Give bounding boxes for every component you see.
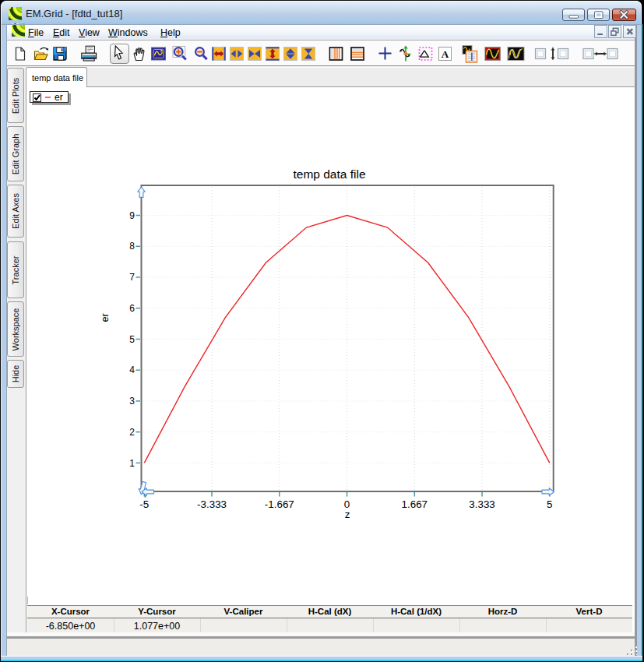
svg-text:1: 1 — [129, 458, 135, 469]
svg-text:er: er — [100, 313, 111, 322]
svg-text:3: 3 — [129, 396, 135, 407]
svg-text:-3.333: -3.333 — [197, 498, 227, 510]
svg-text:3.333: 3.333 — [469, 498, 495, 510]
svg-text:7: 7 — [129, 272, 135, 283]
svg-text:8: 8 — [129, 241, 135, 252]
svg-text:9: 9 — [129, 210, 135, 221]
svg-text:2: 2 — [129, 427, 135, 438]
svg-text:A: A — [442, 48, 449, 60]
svg-text:5: 5 — [129, 334, 135, 345]
svg-text:5: 5 — [547, 498, 552, 510]
svg-text:-1.667: -1.667 — [265, 498, 294, 510]
svg-text:6: 6 — [129, 303, 135, 314]
svg-text:temp data file: temp data file — [293, 167, 365, 181]
svg-text:-5: -5 — [139, 498, 149, 510]
svg-text:z: z — [345, 509, 350, 520]
svg-text:1.667: 1.667 — [402, 498, 428, 510]
svg-text:4: 4 — [129, 364, 135, 375]
